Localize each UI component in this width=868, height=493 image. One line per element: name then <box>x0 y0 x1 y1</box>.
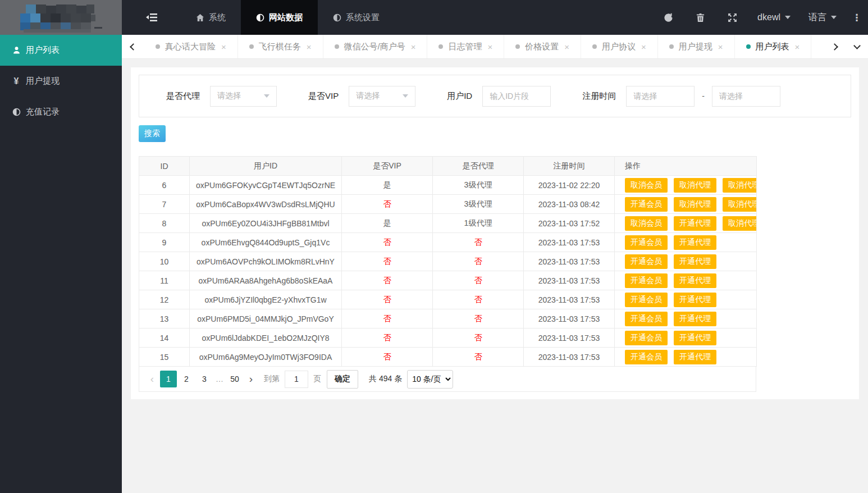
action-button[interactable]: 开通代理 <box>674 293 716 307</box>
search-button[interactable]: 搜索 <box>139 125 166 142</box>
action-button[interactable]: 取消代理 <box>723 197 757 212</box>
tab-6[interactable]: 用户提现× <box>658 35 735 58</box>
sidebar-item-label: 用户列表 <box>26 45 60 56</box>
regtime-filter-label: 注册时间 <box>582 91 616 102</box>
chevron-down-icon <box>831 16 837 19</box>
nav-items: 系统网站数据系统设置 <box>181 0 395 35</box>
action-button[interactable]: 取消会员 <box>625 216 668 231</box>
sidebar-item-1[interactable]: ¥用户提现 <box>0 66 122 97</box>
tab-dot <box>592 44 597 49</box>
nav-item-label: 网站数据 <box>269 12 303 23</box>
action-button[interactable]: 取消代理 <box>674 178 716 193</box>
close-icon[interactable]: × <box>487 42 492 52</box>
per-page-select[interactable]: 10 条/页 <box>407 370 453 389</box>
cell-user-id: oxPUm6GFOKyvCGpT4EWTJq5OzrNE <box>190 176 342 195</box>
action-button[interactable]: 取消代理 <box>723 216 757 231</box>
tab-dot <box>249 44 254 49</box>
page-button-1[interactable]: 1 <box>160 371 177 387</box>
sidebar-item-0[interactable]: 用户列表 <box>0 35 122 66</box>
filter-bar: 是否代理 请选择 是否VIP 请选择 用户ID <box>139 75 851 117</box>
tab-label: 日志管理 <box>448 42 482 52</box>
agent-select[interactable]: 请选择 <box>210 86 277 107</box>
tabs-scroll-left-button[interactable] <box>122 35 144 58</box>
more-vertical-icon[interactable]: ⋮ <box>846 0 868 35</box>
negative-value: 否 <box>383 238 391 247</box>
cell-reg-time: 2023-11-03 17:53 <box>524 271 615 290</box>
cell-reg-time: 2023-11-03 08:42 <box>524 195 615 214</box>
tab-3[interactable]: 日志管理× <box>427 35 504 58</box>
action-button[interactable]: 取消代理 <box>723 178 757 193</box>
vip-select[interactable]: 请选择 <box>349 86 415 107</box>
action-button[interactable]: 开通会员 <box>625 197 668 212</box>
tab-7[interactable]: 用户列表× <box>735 35 812 58</box>
nav-item-0[interactable]: 系统 <box>181 0 241 35</box>
action-button[interactable]: 开通代理 <box>674 350 716 364</box>
negative-value: 否 <box>474 238 482 247</box>
confirm-button[interactable]: 确定 <box>327 370 358 389</box>
chevron-down-icon <box>785 16 791 19</box>
cell-vip: 否 <box>342 290 433 309</box>
tab-2[interactable]: 微信公号/商户号× <box>323 35 428 58</box>
regtime-end-input[interactable] <box>712 86 780 107</box>
nav-item-2[interactable]: 系统设置 <box>318 0 395 35</box>
cell-agent: 否 <box>433 328 524 348</box>
action-button[interactable]: 开通代理 <box>674 216 716 231</box>
close-icon[interactable]: × <box>795 42 800 52</box>
user-menu[interactable]: dkewl <box>748 0 800 35</box>
cell-id: 7 <box>139 195 190 214</box>
home-icon <box>196 13 204 22</box>
page-button-3[interactable]: 3 <box>196 371 213 387</box>
regtime-start-input[interactable] <box>626 86 695 107</box>
goto-page-input[interactable] <box>285 371 308 388</box>
next-page-button[interactable]: › <box>244 373 258 385</box>
close-icon[interactable]: × <box>307 42 312 52</box>
action-button[interactable]: 开通代理 <box>674 254 716 269</box>
sidebar-item-2[interactable]: 充值记录 <box>0 97 122 127</box>
cell-vip: 否 <box>342 195 433 214</box>
tab-0[interactable]: 真心话大冒险× <box>144 35 238 58</box>
action-button[interactable]: 开通代理 <box>674 312 716 326</box>
cell-reg-time: 2023-11-03 17:53 <box>524 348 615 367</box>
action-button[interactable]: 取消代理 <box>674 197 716 212</box>
action-button[interactable]: 取消会员 <box>625 178 668 193</box>
action-button[interactable]: 开通会员 <box>625 312 668 326</box>
tab-4[interactable]: 价格设置× <box>504 35 581 58</box>
user-icon <box>12 46 21 55</box>
close-icon[interactable]: × <box>564 42 569 52</box>
tabs-scroll-right-button[interactable] <box>823 35 846 58</box>
cell-agent: 否 <box>433 233 524 252</box>
tab-1[interactable]: 飞行棋任务× <box>238 35 323 58</box>
close-icon[interactable]: × <box>718 42 723 52</box>
prev-page-button[interactable]: ‹ <box>145 373 159 385</box>
close-icon[interactable]: × <box>641 42 646 52</box>
language-menu[interactable]: 语言 <box>800 0 846 35</box>
action-button[interactable]: 开通代理 <box>674 331 716 345</box>
action-button[interactable]: 开通代理 <box>674 273 716 288</box>
userid-input[interactable] <box>482 86 551 107</box>
action-button[interactable]: 开通会员 <box>625 293 668 307</box>
menu-fold-icon[interactable] <box>122 0 181 35</box>
cell-actions: 开通会员取消代理取消代理 <box>615 195 757 214</box>
half-circle-icon <box>256 13 264 22</box>
action-button[interactable]: 开通会员 <box>625 273 668 288</box>
cell-reg-time: 2023-11-03 17:53 <box>524 233 615 252</box>
refresh-icon[interactable] <box>652 0 684 35</box>
action-button[interactable]: 开通会员 <box>625 235 668 250</box>
fullscreen-icon[interactable] <box>716 0 748 35</box>
action-button[interactable]: 开通代理 <box>674 235 716 250</box>
tab-label: 用户协议 <box>602 42 636 52</box>
page-button-2[interactable]: 2 <box>178 371 195 387</box>
action-button[interactable]: 开通会员 <box>625 350 668 364</box>
table-row: 15oxPUm6Ag9MeyOJyIm0TWj3FO9IDA否否2023-11-… <box>139 348 757 367</box>
close-icon[interactable]: × <box>221 42 226 52</box>
close-icon[interactable]: × <box>411 42 416 52</box>
page-button-50[interactable]: 50 <box>226 371 243 387</box>
tab-bar: 真心话大冒险×飞行棋任务×微信公号/商户号×日志管理×价格设置×用户协议×用户提… <box>122 35 868 59</box>
action-button[interactable]: 开通会员 <box>625 254 668 269</box>
action-button[interactable]: 开通会员 <box>625 331 668 345</box>
cell-vip: 否 <box>342 252 433 271</box>
nav-item-1[interactable]: 网站数据 <box>241 0 318 35</box>
tab-5[interactable]: 用户协议× <box>581 35 658 58</box>
trash-icon[interactable] <box>684 0 716 35</box>
tabs-menu-button[interactable] <box>846 35 868 58</box>
